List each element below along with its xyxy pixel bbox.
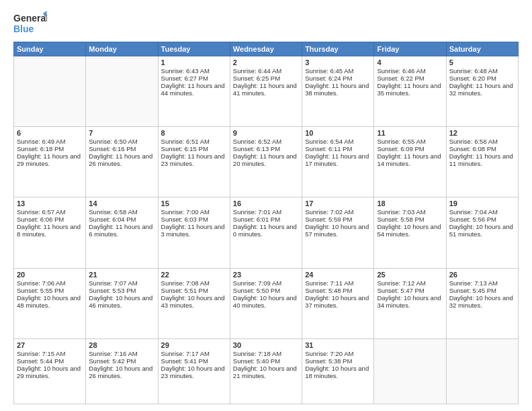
sunset: Sunset: 6:04 PM xyxy=(89,216,136,223)
day-number: 28 xyxy=(89,341,154,349)
daylight: Daylight: 10 hours and 48 minutes. xyxy=(17,294,81,309)
day-cell: 30Sunrise: 7:18 AMSunset: 5:40 PMDayligh… xyxy=(230,338,302,404)
sunrise: Sunrise: 7:13 AM xyxy=(449,279,498,287)
day-number: 20 xyxy=(17,271,83,279)
day-cell: 5Sunrise: 6:48 AMSunset: 6:20 PMDaylight… xyxy=(446,56,518,127)
day-number: 14 xyxy=(89,199,154,208)
day-number: 2 xyxy=(233,58,299,66)
day-number: 16 xyxy=(233,199,299,208)
calendar-table: SundayMondayTuesdayWednesdayThursdayFrid… xyxy=(13,42,519,404)
daylight: Daylight: 11 hours and 8 minutes. xyxy=(17,223,81,238)
day-cell: 12Sunrise: 6:56 AMSunset: 6:08 PMDayligh… xyxy=(446,127,518,197)
week-row-5: 27Sunrise: 7:15 AMSunset: 5:44 PMDayligh… xyxy=(14,338,519,404)
sunset: Sunset: 5:38 PM xyxy=(305,357,352,365)
day-cell: 10Sunrise: 6:54 AMSunset: 6:11 PMDayligh… xyxy=(302,127,374,197)
day-number: 13 xyxy=(17,199,83,208)
daylight: Daylight: 11 hours and 11 minutes. xyxy=(449,152,513,167)
sunrise: Sunrise: 6:51 AM xyxy=(161,138,210,145)
sunset: Sunset: 6:13 PM xyxy=(233,145,280,152)
day-number: 27 xyxy=(17,341,83,349)
sunrise: Sunrise: 6:57 AM xyxy=(17,208,65,216)
sunset: Sunset: 6:20 PM xyxy=(449,75,496,82)
sunrise: Sunrise: 7:06 AM xyxy=(17,279,65,287)
sunset: Sunset: 6:03 PM xyxy=(161,216,208,223)
day-number: 21 xyxy=(89,271,154,279)
daylight: Daylight: 10 hours and 23 minutes. xyxy=(161,365,225,379)
day-number: 22 xyxy=(161,271,227,279)
day-cell: 21Sunrise: 7:07 AMSunset: 5:53 PMDayligh… xyxy=(86,268,158,338)
daylight: Daylight: 10 hours and 26 minutes. xyxy=(89,365,152,379)
sunrise: Sunrise: 6:49 AM xyxy=(17,138,65,145)
daylight: Daylight: 10 hours and 37 minutes. xyxy=(305,294,369,309)
sunrise: Sunrise: 7:07 AM xyxy=(89,279,137,287)
sunrise: Sunrise: 7:11 AM xyxy=(305,279,353,287)
sunset: Sunset: 6:09 PM xyxy=(377,145,424,152)
day-cell xyxy=(14,56,86,127)
day-number: 4 xyxy=(377,58,443,66)
day-cell: 24Sunrise: 7:11 AMSunset: 5:48 PMDayligh… xyxy=(302,268,374,338)
sunrise: Sunrise: 7:00 AM xyxy=(161,208,210,216)
day-number: 25 xyxy=(377,271,443,279)
sunset: Sunset: 5:56 PM xyxy=(449,216,496,223)
daylight: Daylight: 11 hours and 3 minutes. xyxy=(161,223,225,238)
daylight: Daylight: 11 hours and 6 minutes. xyxy=(89,223,152,238)
daylight: Daylight: 11 hours and 32 minutes. xyxy=(449,82,513,97)
sunrise: Sunrise: 7:12 AM xyxy=(377,279,425,287)
sunset: Sunset: 6:25 PM xyxy=(233,75,280,82)
day-number: 8 xyxy=(161,129,227,137)
week-row-3: 13Sunrise: 6:57 AMSunset: 6:06 PMDayligh… xyxy=(14,197,519,268)
sunrise: Sunrise: 7:15 AM xyxy=(17,350,65,357)
day-cell: 7Sunrise: 6:50 AMSunset: 6:16 PMDaylight… xyxy=(86,127,158,197)
sunrise: Sunrise: 7:01 AM xyxy=(233,208,281,216)
sunset: Sunset: 6:01 PM xyxy=(233,216,280,223)
sunset: Sunset: 6:24 PM xyxy=(305,75,352,82)
svg-text:Blue: Blue xyxy=(13,24,34,34)
day-cell xyxy=(446,338,518,404)
daylight: Daylight: 11 hours and 41 minutes. xyxy=(233,82,297,97)
daylight: Daylight: 11 hours and 29 minutes. xyxy=(17,152,81,167)
sunset: Sunset: 5:50 PM xyxy=(233,287,280,294)
day-cell: 14Sunrise: 6:58 AMSunset: 6:04 PMDayligh… xyxy=(86,197,158,268)
sunset: Sunset: 6:16 PM xyxy=(89,145,136,152)
day-number: 6 xyxy=(17,129,83,137)
sunrise: Sunrise: 7:16 AM xyxy=(89,350,137,357)
daylight: Daylight: 11 hours and 0 minutes. xyxy=(233,223,297,238)
day-cell: 28Sunrise: 7:16 AMSunset: 5:42 PMDayligh… xyxy=(86,338,158,404)
day-number: 12 xyxy=(449,129,515,137)
day-number: 7 xyxy=(89,129,154,137)
sunrise: Sunrise: 6:56 AM xyxy=(449,138,498,145)
sunrise: Sunrise: 6:48 AM xyxy=(449,67,498,75)
week-row-2: 6Sunrise: 6:49 AMSunset: 6:18 PMDaylight… xyxy=(14,127,519,197)
sunset: Sunset: 5:55 PM xyxy=(17,287,64,294)
sunset: Sunset: 5:41 PM xyxy=(161,357,208,365)
day-cell: 22Sunrise: 7:08 AMSunset: 5:51 PMDayligh… xyxy=(158,268,230,338)
sunrise: Sunrise: 7:20 AM xyxy=(305,350,353,357)
day-cell: 9Sunrise: 6:52 AMSunset: 6:13 PMDaylight… xyxy=(230,127,302,197)
sunset: Sunset: 6:06 PM xyxy=(17,216,64,223)
sunrise: Sunrise: 7:17 AM xyxy=(161,350,210,357)
daylight: Daylight: 11 hours and 17 minutes. xyxy=(305,152,369,167)
sunrise: Sunrise: 6:54 AM xyxy=(305,138,353,145)
sunset: Sunset: 5:58 PM xyxy=(377,216,424,223)
daylight: Daylight: 10 hours and 29 minutes. xyxy=(17,365,81,379)
sunrise: Sunrise: 6:55 AM xyxy=(377,138,425,145)
day-number: 31 xyxy=(305,341,371,349)
day-cell: 27Sunrise: 7:15 AMSunset: 5:44 PMDayligh… xyxy=(14,338,86,404)
day-cell: 20Sunrise: 7:06 AMSunset: 5:55 PMDayligh… xyxy=(14,268,86,338)
sunset: Sunset: 5:44 PM xyxy=(17,357,64,365)
day-number: 26 xyxy=(449,271,515,279)
daylight: Daylight: 10 hours and 43 minutes. xyxy=(161,294,225,309)
day-number: 29 xyxy=(161,341,227,349)
svg-text:General: General xyxy=(13,13,47,24)
day-number: 5 xyxy=(449,58,515,66)
sunset: Sunset: 5:48 PM xyxy=(305,287,352,294)
col-header-thursday: Thursday xyxy=(302,42,374,56)
day-number: 1 xyxy=(161,58,227,66)
day-cell: 1Sunrise: 6:43 AMSunset: 6:27 PMDaylight… xyxy=(158,56,230,127)
daylight: Daylight: 10 hours and 18 minutes. xyxy=(305,365,369,379)
daylight: Daylight: 10 hours and 57 minutes. xyxy=(305,223,369,238)
sunrise: Sunrise: 7:09 AM xyxy=(233,279,281,287)
daylight: Daylight: 10 hours and 21 minutes. xyxy=(233,365,297,379)
daylight: Daylight: 11 hours and 14 minutes. xyxy=(377,152,441,167)
day-number: 17 xyxy=(305,199,371,208)
